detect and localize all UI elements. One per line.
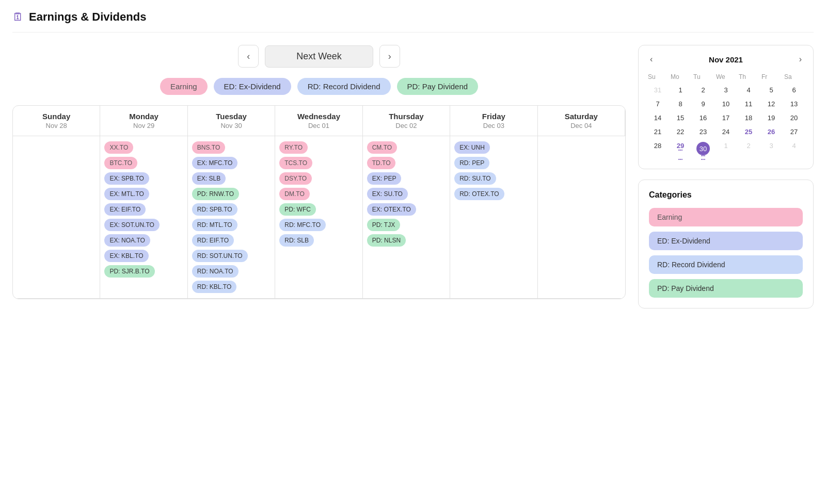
cal-day-22[interactable]: 22 [670,125,691,138]
cal-day-14[interactable]: 14 [647,111,669,124]
cal-day-3[interactable]: 3 [715,84,737,96]
ticker-rd-slb[interactable]: RD: SLB [279,234,314,247]
ticker-ex-kbl-to[interactable]: EX: KBL.TO [104,250,148,262]
ticker-ex-otex-to[interactable]: EX: OTEX.TO [367,203,416,216]
cal-day-31-prev[interactable]: 31 [647,84,669,96]
day-cell-tuesday: BNS.TO EX: MFC.TO EX: SLB PD: RNW.TO RD:… [188,136,275,299]
cal-day-1-next[interactable]: 1 [715,139,737,160]
cal-day-25[interactable]: 25 [738,125,759,138]
ticker-rd-su-to[interactable]: RD: SU.TO [454,172,496,185]
cal-day-17[interactable]: 17 [715,111,737,124]
header: 🗓 Earnings & Dividends [12,10,814,32]
cal-header-mo: Mo [670,71,691,83]
cal-day-29[interactable]: 29••• [670,139,691,160]
ticker-ry-to[interactable]: RY.TO [279,141,308,154]
cal-day-16[interactable]: 16 [692,111,714,124]
cal-day-4[interactable]: 4 [738,84,759,96]
ticker-btc-to[interactable]: BTC.TO [104,157,137,169]
cal-day-20[interactable]: 20 [783,111,805,124]
ticker-cm-to[interactable]: CM.TO [367,141,397,154]
cal-day-23[interactable]: 23 [692,125,714,138]
mini-cal-next-button[interactable]: › [796,54,805,65]
day-header-wednesday: Wednesday Dec 01 [275,106,362,136]
cal-day-10[interactable]: 10 [715,97,737,110]
cal-day-28[interactable]: 28 [647,139,669,160]
ticker-ex-slb[interactable]: EX: SLB [192,172,226,185]
prev-week-button[interactable]: ‹ [238,45,259,68]
ticker-bns-to[interactable]: BNS.TO [192,141,225,154]
page: 🗓 Earnings & Dividends ‹ Next Week › Ear… [0,0,826,319]
cal-header-th: Th [738,71,759,83]
category-pay-dividend[interactable]: PD: Pay Dividend [649,279,803,298]
day-header-saturday: Saturday Dec 04 [538,106,625,136]
cal-day-5[interactable]: 5 [760,84,782,96]
ticker-ex-sot-un-to[interactable]: EX: SOT.UN.TO [104,219,159,231]
cal-day-18[interactable]: 18 [738,111,759,124]
cal-day-4-next[interactable]: 4 [783,139,805,160]
cal-header-fr: Fr [760,71,782,83]
ticker-ex-mtl-to[interactable]: EX: MTL.TO [104,188,149,200]
ticker-dm-to[interactable]: DM.TO [279,188,309,200]
day-header-friday: Friday Dec 03 [450,106,537,136]
ticker-pd-wfc[interactable]: PD: WFC [279,203,316,216]
cal-day-9[interactable]: 9 [692,97,714,110]
category-ex-dividend[interactable]: ED: Ex-Dividend [649,232,803,250]
ticker-dsy-to[interactable]: DSY.TO [279,172,312,185]
cal-day-1[interactable]: 1 [670,84,691,96]
ticker-ex-eif-to[interactable]: EX: EIF.TO [104,203,146,216]
page-title: Earnings & Dividends [29,10,146,24]
day-cell-sunday [13,136,100,299]
category-earning[interactable]: Earning [649,208,803,226]
cal-day-6[interactable]: 6 [783,84,805,96]
ticker-td-to[interactable]: TD.TO [367,157,396,169]
ticker-ex-su-to[interactable]: EX: SU.TO [367,188,408,200]
ticker-ex-pep[interactable]: EX: PEP [367,172,402,185]
calendar-grid: Sunday Nov 28 Monday Nov 29 Tuesday Nov … [12,105,626,299]
ticker-ex-mfc-to[interactable]: EX: MFC.TO [192,157,237,169]
legend-earning: Earning [160,78,208,95]
legend-pay-dividend: PD: Pay Dividend [397,78,479,95]
day-cell-monday: XX.TO BTC.TO EX: SPB.TO EX: MTL.TO EX: E… [100,136,187,299]
ticker-rd-sot-un-to[interactable]: RD: SOT.UN.TO [192,250,248,262]
cal-day-7[interactable]: 7 [647,97,669,110]
cal-day-19[interactable]: 19 [760,111,782,124]
cal-day-13[interactable]: 13 [783,97,805,110]
ticker-pd-rnw-to[interactable]: PD: RNW.TO [192,188,239,200]
ticker-rd-mtl-to[interactable]: RD: MTL.TO [192,219,237,231]
ticker-rd-spb-to[interactable]: RD: SPB.TO [192,203,237,216]
ticker-rd-eif-to[interactable]: RD: EIF.TO [192,234,234,247]
legend-row: Earning ED: Ex-Dividend RD: Record Divid… [12,78,626,95]
ticker-rd-mfc-to[interactable]: RD: MFC.TO [279,219,326,231]
ticker-tcs-to[interactable]: TCS.TO [279,157,312,169]
cal-day-26[interactable]: 26 [760,125,782,138]
ticker-ex-noa-to[interactable]: EX: NOA.TO [104,234,150,247]
ticker-rd-kbl-to[interactable]: RD: KBL.TO [192,281,236,293]
ticker-pd-nlsn[interactable]: PD: NLSN [367,234,406,247]
left-panel: ‹ Next Week › Earning ED: Ex-Dividend RD… [12,45,626,299]
cal-day-24[interactable]: 24 [715,125,737,138]
ticker-rd-pep[interactable]: RD: PEP [454,157,489,169]
ticker-rd-otex-to[interactable]: RD: OTEX.TO [454,188,504,200]
cal-day-3-next[interactable]: 3 [760,139,782,160]
day-header-thursday: Thursday Dec 02 [363,106,450,136]
ticker-rd-noa-to[interactable]: RD: NOA.TO [192,265,239,278]
cal-day-2-next[interactable]: 2 [738,139,759,160]
ticker-xx-to[interactable]: XX.TO [104,141,133,154]
cal-header-sa: Sa [783,71,805,83]
mini-cal-prev-button[interactable]: ‹ [647,54,656,65]
cal-day-21[interactable]: 21 [647,125,669,138]
cal-day-30-today[interactable]: 30 ••• [692,139,714,160]
category-record-dividend[interactable]: RD: Record Dividend [649,255,803,274]
ticker-ex-spb-to[interactable]: EX: SPB.TO [104,172,149,185]
ticker-pd-tjx[interactable]: PD: TJX [367,219,400,231]
cal-day-2[interactable]: 2 [692,84,714,96]
cal-day-8[interactable]: 8 [670,97,691,110]
ticker-pd-sjr-b-to[interactable]: PD: SJR.B.TO [104,265,154,278]
cal-day-11[interactable]: 11 [738,97,759,110]
next-week-button[interactable]: › [379,45,400,68]
cal-day-15[interactable]: 15 [670,111,691,124]
cal-day-12[interactable]: 12 [760,97,782,110]
cal-header-we: We [715,71,737,83]
ticker-ex-unh[interactable]: EX: UNH [454,141,490,154]
cal-day-27[interactable]: 27 [783,125,805,138]
